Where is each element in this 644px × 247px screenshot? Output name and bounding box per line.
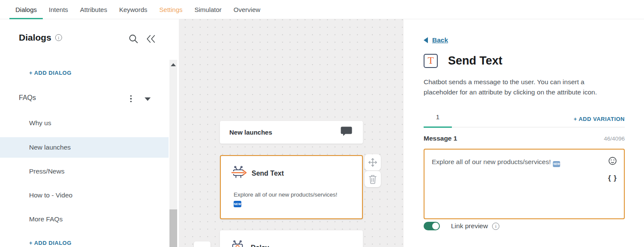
send-text-settings-panel: Back T Send Text Chatbot sends a message… — [404, 19, 644, 247]
add-variation-button[interactable]: + ADD VARIATION — [573, 116, 625, 122]
message-text: Explore all of our new products/services… — [432, 158, 551, 165]
back-label: Back — [432, 36, 448, 44]
sidebar-scrollbar[interactable] — [169, 60, 177, 247]
node-title: Delay — [251, 244, 269, 247]
message-header: Message 1 46/4096 — [424, 135, 625, 142]
node-header: Send Text — [231, 165, 353, 182]
collapse-sidebar-icon[interactable] — [145, 34, 157, 44]
nav-tab-settings[interactable]: Settings — [153, 0, 188, 19]
message-input[interactable]: Explore all of our new products/services… — [424, 149, 625, 219]
add-dialog-button-bottom[interactable]: + ADD DIALOG — [29, 240, 71, 246]
dialog-group-label: FAQs — [19, 94, 36, 102]
back-link[interactable]: Back — [424, 36, 448, 44]
link-preview-setting: Link preview i — [424, 222, 499, 230]
canvas-control-button[interactable] — [194, 241, 211, 247]
new-emoji-badge: NEW — [234, 201, 241, 207]
sidebar-item-how-to-video[interactable]: How to - Video — [0, 185, 169, 206]
sidebar-tools — [128, 34, 157, 44]
nav-tab-intents[interactable]: Intents — [43, 0, 74, 19]
emoji-picker-icon[interactable] — [608, 156, 617, 165]
new-emoji-badge: NEW — [553, 161, 560, 167]
add-dialog-button-top[interactable]: + ADD DIALOG — [29, 70, 71, 76]
info-icon[interactable]: i — [55, 34, 62, 41]
nav-tab-attributes[interactable]: Attributes — [74, 0, 113, 19]
variation-tab-1[interactable]: 1 — [424, 113, 452, 127]
variation-tabs: 1 + ADD VARIATION — [424, 113, 625, 127]
chevron-down-icon[interactable] — [145, 97, 151, 101]
scrollbar-thumb[interactable] — [169, 209, 177, 247]
node-message-text: Explore all of our new products/services… — [234, 191, 337, 198]
nav-tab-dialogs[interactable]: Dialogs — [9, 0, 43, 19]
toggle-knob — [432, 223, 439, 229]
insert-attribute-icon[interactable]: { } — [608, 174, 617, 182]
message-label: Message 1 — [424, 135, 604, 142]
chatbot-builder-app: Dialogs Intents Attributes Keywords Sett… — [0, 0, 644, 247]
node-message-preview: Explore all of our new products/services… — [234, 191, 353, 207]
link-preview-label: Link preview — [451, 222, 488, 230]
delete-node-button[interactable] — [365, 171, 381, 187]
sidebar-item-more-faqs[interactable]: More FAQs — [0, 209, 169, 229]
search-icon[interactable] — [128, 34, 139, 44]
flow-canvas[interactable]: New launches — [179, 19, 404, 247]
node-header: Delay — [230, 240, 354, 247]
back-arrow-icon — [424, 37, 428, 43]
sidebar-item-press-news[interactable]: Press/News — [0, 161, 169, 182]
node-new-launches[interactable]: New launches — [220, 121, 363, 144]
char-counter: 46/4096 — [604, 135, 625, 142]
nav-tab-overview[interactable]: Overview — [228, 0, 267, 19]
dialog-group-faqs[interactable]: FAQs — [0, 89, 169, 108]
nav-tab-simulator[interactable]: Simulator — [189, 0, 228, 19]
node-toolbar — [365, 154, 381, 187]
panel-title-row: T Send Text — [424, 54, 502, 68]
sidebar-header: Dialogs i — [19, 32, 62, 43]
link-preview-toggle[interactable] — [424, 222, 440, 230]
info-icon[interactable]: i — [492, 223, 499, 230]
move-node-button[interactable] — [365, 154, 381, 171]
robot-delay-icon — [230, 240, 246, 247]
node-title: New launches — [229, 129, 340, 136]
group-menu-icon[interactable] — [127, 94, 135, 104]
send-text-type-icon: T — [424, 54, 438, 68]
nav-tab-keywords[interactable]: Keywords — [113, 0, 153, 19]
robot-send-icon — [231, 165, 247, 182]
panel-description: Chatbot sends a message to the user. You… — [424, 77, 617, 97]
node-title: Send Text — [252, 170, 284, 177]
sidebar-item-why-us[interactable]: Why us — [0, 113, 169, 133]
scroll-up-icon[interactable] — [171, 63, 176, 66]
dialogs-sidebar: Dialogs i + ADD DIALOG FAQs Why us New l… — [0, 19, 179, 247]
sidebar-item-new-launches[interactable]: New launches — [0, 137, 169, 158]
sidebar-title: Dialogs — [19, 32, 51, 43]
message-input-tools: { } — [608, 156, 617, 182]
node-send-text[interactable]: Send Text Explore all of our new product… — [220, 155, 363, 219]
top-nav: Dialogs Intents Attributes Keywords Sett… — [0, 0, 644, 19]
chat-bubble-icon — [340, 126, 353, 138]
node-delay[interactable]: Delay — [220, 230, 363, 247]
panel-title: Send Text — [448, 54, 502, 68]
